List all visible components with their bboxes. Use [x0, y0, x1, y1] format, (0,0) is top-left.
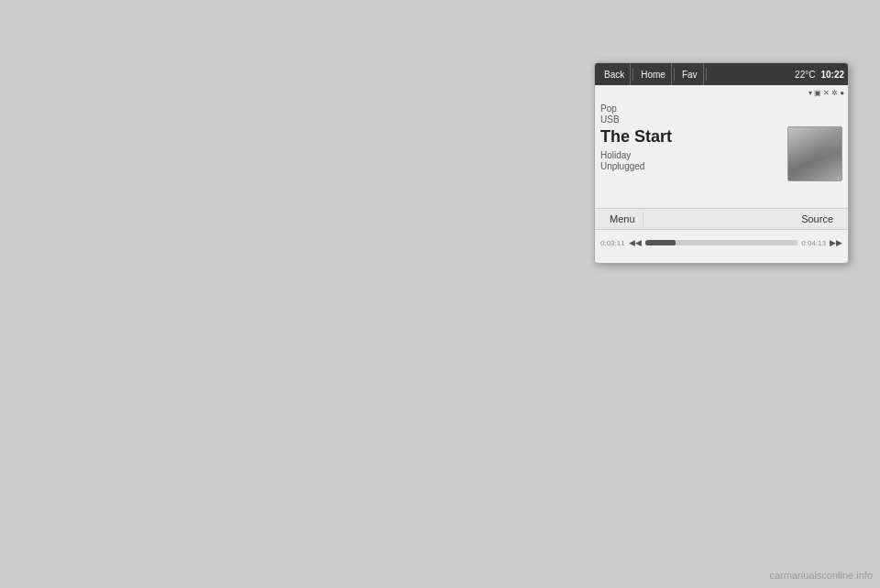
album-text: Holiday: [600, 150, 782, 160]
progress-fill: [645, 240, 676, 245]
album-art: [787, 126, 842, 181]
menu-button[interactable]: Menu: [602, 212, 644, 226]
time-display: 10:22: [820, 70, 844, 80]
fav-button[interactable]: Fav: [676, 63, 704, 85]
nav-divider-3: [706, 68, 707, 81]
nav-divider-1: [632, 68, 633, 81]
next-button[interactable]: ▶▶: [830, 238, 842, 247]
mute-icon: ✕: [823, 89, 830, 97]
format-text: Unplugged: [600, 161, 782, 171]
page-background: Back Home Fav 22°C 10:22 ▾ ▣ ✕ ✲ ● Pop U…: [0, 0, 880, 588]
car-ui-panel: Back Home Fav 22°C 10:22 ▾ ▣ ✕ ✲ ● Pop U…: [594, 62, 849, 264]
progress-bar[interactable]: [645, 240, 798, 245]
track-info: Pop USB The Start Holiday Unplugged: [600, 103, 782, 204]
source-button[interactable]: Source: [794, 212, 841, 226]
total-time: 0:04:13: [801, 239, 826, 247]
genre-text: Pop: [600, 103, 782, 114]
nav-info: 22°C 10:22: [795, 70, 844, 80]
signal-icon: ▣: [814, 89, 821, 97]
nav-bar: Back Home Fav 22°C 10:22: [595, 63, 848, 85]
home-button[interactable]: Home: [635, 63, 672, 85]
bluetooth-icon: ✲: [831, 89, 838, 97]
content-area: Pop USB The Start Holiday Unplugged: [595, 100, 848, 208]
track-title: The Start: [600, 127, 782, 147]
back-button[interactable]: Back: [599, 63, 631, 85]
wifi-icon: ▾: [808, 89, 812, 97]
source-text: USB: [600, 114, 782, 125]
status-icons-row: ▾ ▣ ✕ ✲ ●: [595, 85, 848, 100]
info-icon: ●: [840, 89, 844, 97]
watermark: carmanualsconline.info: [769, 570, 873, 581]
temperature-display: 22°C: [795, 70, 815, 80]
album-art-image: [788, 127, 842, 180]
progress-area: 0:03:11 ◀◀ 0:04:13 ▶▶: [595, 230, 848, 256]
nav-divider-2: [674, 68, 675, 81]
menu-source-bar: Menu Source: [595, 208, 848, 230]
prev-button[interactable]: ◀◀: [629, 238, 642, 247]
current-time: 0:03:11: [600, 239, 625, 247]
